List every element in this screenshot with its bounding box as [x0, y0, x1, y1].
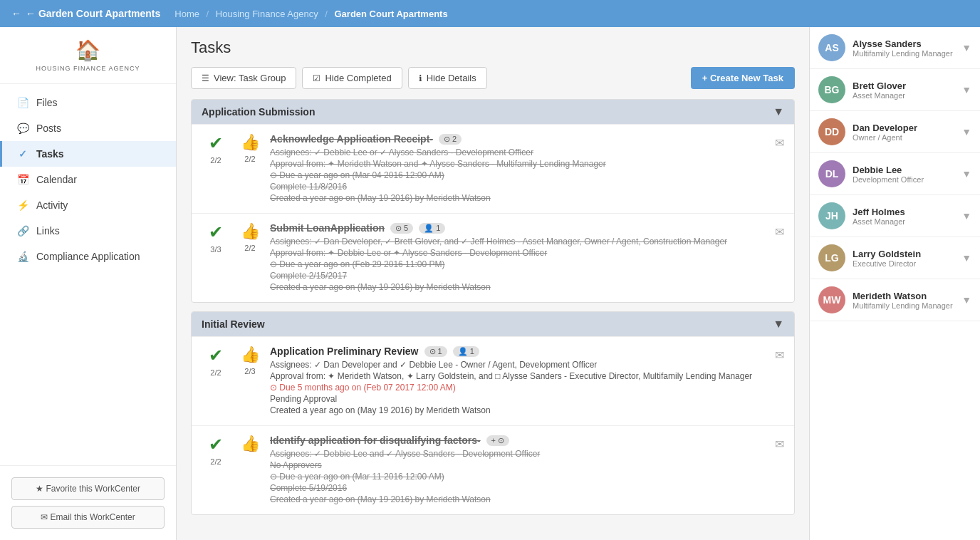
favorite-button[interactable]: ★ Favorite this WorkCenter: [11, 477, 165, 500]
task-created-3: Created a year ago on (May 19 2016) by M…: [270, 405, 768, 415]
task-group-application-submission: Application Submission ▼ ✔ 2/2 👍 2/2 Ack…: [191, 99, 795, 303]
team-name-brett-glover: Brett Glover: [853, 81, 954, 91]
task-title-2[interactable]: Submit LoanApplication: [270, 222, 385, 234]
task-approval-1: Approval from: ✦ Merideth Watson and ✦ A…: [270, 159, 768, 169]
sidebar-item-activity[interactable]: ⚡ Activity: [0, 192, 176, 218]
thumbs-up-icon-4[interactable]: 👍: [241, 435, 260, 453]
email-button[interactable]: ✉ Email this WorkCenter: [11, 506, 165, 529]
check-icon-1[interactable]: ✔: [209, 133, 223, 153]
thumbs-area-4: 👍: [237, 435, 263, 453]
task-badge-2b: 👤 1: [419, 223, 445, 234]
team-member-merideth-watson[interactable]: MW Merideth Watson Multifamily Lending M…: [810, 279, 980, 321]
team-member-larry-goldstein[interactable]: LG Larry Goldstein Executive Director ▼: [810, 237, 980, 279]
task-check-count-4: 2/2: [210, 457, 221, 466]
files-icon: 📄: [16, 97, 29, 108]
sidebar-label-activity: Activity: [36, 199, 68, 211]
team-name-larry-goldstein: Larry Goldstein: [853, 249, 954, 259]
task-email-icon-4[interactable]: ✉: [775, 437, 784, 451]
breadcrumb-agency[interactable]: Housing Finance Agency: [216, 9, 318, 19]
sidebar-item-posts[interactable]: 💬 Posts: [0, 115, 176, 141]
task-status-3: Pending Approval: [270, 394, 768, 404]
check-icon-3[interactable]: ✔: [209, 346, 223, 365]
sidebar-buttons: ★ Favorite this WorkCenter ✉ Email this …: [0, 465, 176, 540]
hide-details-button[interactable]: ℹ Hide Details: [408, 67, 487, 89]
task-check-count-1: 2/2: [210, 156, 221, 165]
thumbs-area-1: 👍 2/2: [237, 133, 263, 163]
sidebar-item-compliance[interactable]: 🔬 Compliance Application: [0, 244, 176, 269]
team-name-merideth-watson: Merideth Watson: [853, 291, 954, 301]
team-member-debbie-lee[interactable]: DL Debbie Lee Development Officer ▼: [810, 153, 980, 195]
chevron-down-icon-merideth: ▼: [961, 294, 971, 306]
compliance-icon: 🔬: [16, 251, 29, 262]
task-group-title-initial-review: Initial Review: [202, 318, 265, 330]
create-task-button[interactable]: + Create New Task: [691, 67, 795, 89]
task-check-area-3: ✔ 2/2: [202, 346, 230, 377]
thumbs-up-icon-2[interactable]: 👍: [241, 222, 260, 241]
task-row: ✔ 2/2 👍 2/2 Acknowledge Application Rece…: [192, 124, 794, 213]
thumbs-area-2: 👍 2/2: [237, 222, 263, 252]
badge-icon-4: +: [491, 436, 496, 445]
collapse-icon: ▼: [773, 105, 784, 118]
task-group-header-application-submission[interactable]: Application Submission ▼: [192, 100, 794, 124]
back-button[interactable]: ← ← Garden Court Apartments: [11, 8, 160, 19]
team-role-merideth-watson: Multifamily Lending Manager: [853, 301, 954, 310]
task-badge-4: + ⊙: [486, 435, 509, 446]
avatar-debbie-lee: DL: [818, 160, 845, 187]
posts-icon: 💬: [16, 123, 29, 134]
check-icon-4[interactable]: ✔: [209, 435, 223, 455]
team-member-jeff-holmes[interactable]: JH Jeff Holmes Asset Manager ▼: [810, 195, 980, 237]
task-assignees-1: Assignees: ✓ Debbie Lee or ✓ Alysse Sand…: [270, 147, 768, 157]
sidebar-item-files[interactable]: 📄 Files: [0, 90, 176, 115]
team-info-brett-glover: Brett Glover Asset Manager: [853, 81, 954, 100]
sidebar-nav: 📄 Files 💬 Posts ✓ Tasks 📅 Calendar ⚡ Act…: [0, 84, 176, 275]
sidebar-item-calendar[interactable]: 📅 Calendar: [0, 167, 176, 192]
thumbs-up-icon-3[interactable]: 👍: [241, 346, 260, 364]
task-check-count-2: 3/3: [210, 245, 221, 254]
team-name-jeff-holmes: Jeff Holmes: [853, 207, 954, 217]
task-title-3[interactable]: Application Preliminary Review: [270, 346, 419, 357]
team-member-brett-glover[interactable]: BG Brett Glover Asset Manager ▼: [810, 69, 980, 111]
chevron-down-icon-brett: ▼: [961, 84, 971, 95]
breadcrumb-home[interactable]: Home: [174, 9, 199, 19]
task-check-area-1: ✔ 2/2: [202, 133, 230, 165]
view-task-group-button[interactable]: ☰ View: Task Group: [191, 67, 296, 89]
task-due-1: ⊙ Due a year ago on (Mar 04 2016 12:00 A…: [270, 170, 768, 180]
sidebar-label-posts: Posts: [36, 123, 61, 134]
team-info-alysse-sanders: Alysse Sanders Multifamily Lending Manag…: [853, 38, 954, 58]
task-thumb-count-2: 2/2: [244, 244, 255, 252]
task-complete-2: Complete 2/15/2017: [270, 271, 768, 281]
check-icon-2[interactable]: ✔: [209, 222, 223, 242]
task-email-icon-2[interactable]: ✉: [775, 225, 784, 239]
chevron-down-icon-dan: ▼: [961, 126, 971, 137]
task-assignees-2: Assignees: ✓ Dan Developer, ✓ Brett Glov…: [270, 237, 768, 246]
thumbs-up-icon-1[interactable]: 👍: [241, 133, 260, 152]
badge-clock-4: ⊙: [498, 436, 504, 445]
hide-completed-button[interactable]: ☑ Hide Completed: [302, 67, 402, 89]
team-member-alysse-sanders[interactable]: AS Alysse Sanders Multifamily Lending Ma…: [810, 27, 980, 69]
checkbox-icon: ☑: [313, 73, 320, 83]
task-due-2: ⊙ Due a year ago on (Feb 29 2016 11:00 P…: [270, 259, 768, 269]
badge-person-icon: 👤: [424, 224, 434, 233]
team-info-debbie-lee: Debbie Lee Development Officer: [853, 165, 954, 184]
task-title-4[interactable]: Identify application for disqualifying f…: [270, 435, 481, 446]
task-check-area-2: ✔ 3/3: [202, 222, 230, 254]
task-group-header-initial-review[interactable]: Initial Review ▼: [192, 312, 794, 336]
task-assignees-3: Assignees: ✓ Dan Developer and ✓ Debbie …: [270, 360, 768, 370]
team-role-dan-developer: Owner / Agent: [853, 133, 954, 142]
team-role-jeff-holmes: Asset Manager: [853, 217, 954, 226]
team-role-brett-glover: Asset Manager: [853, 91, 954, 100]
sidebar-item-links[interactable]: 🔗 Links: [0, 218, 176, 244]
view-label: View: Task Group: [214, 73, 286, 83]
back-label: ← Garden Court Apartments: [26, 8, 160, 19]
task-email-icon-1[interactable]: ✉: [775, 136, 784, 150]
sidebar-item-tasks[interactable]: ✓ Tasks: [0, 141, 176, 167]
info-icon: ℹ: [419, 73, 422, 83]
task-email-icon-3[interactable]: ✉: [775, 348, 784, 362]
page-title: Tasks: [191, 38, 795, 57]
badge-clock-icon: ⊙: [395, 224, 402, 233]
task-title-1[interactable]: Acknowledge Application Receipt-: [270, 133, 433, 145]
task-badge-3b: 👤 1: [453, 346, 479, 357]
team-member-dan-developer[interactable]: DD Dan Developer Owner / Agent ▼: [810, 111, 980, 153]
task-title-row-2: Submit LoanApplication ⊙ 5 👤 1: [270, 222, 768, 234]
avatar-merideth-watson: MW: [818, 286, 845, 313]
